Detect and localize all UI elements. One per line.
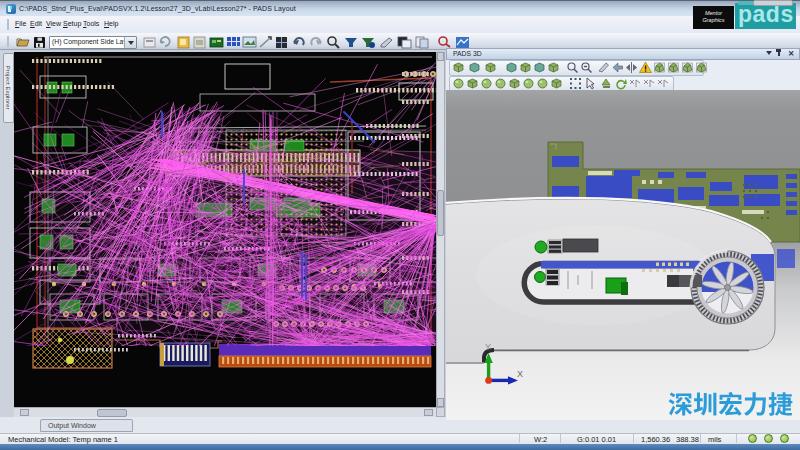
svg-text:Y: Y [485,342,491,352]
svg-text:X: X [517,369,523,379]
